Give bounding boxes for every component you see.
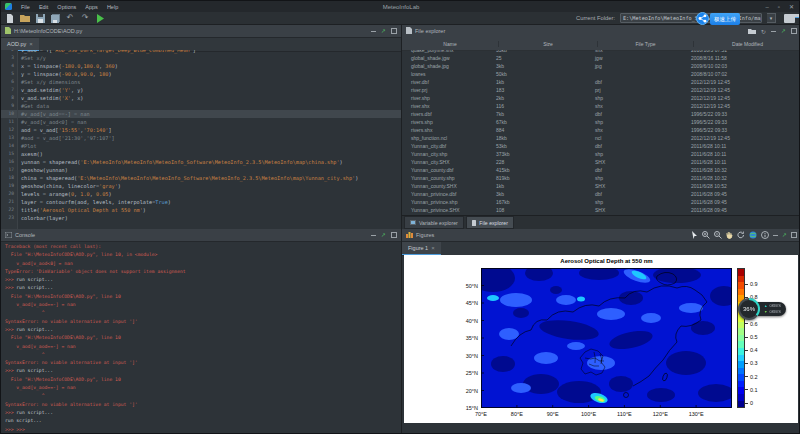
- pointer-tool-icon[interactable]: [691, 231, 698, 239]
- zoom-out-icon[interactable]: [714, 231, 722, 239]
- undo-button[interactable]: ↶: [65, 13, 75, 23]
- menu-edit[interactable]: Edit: [39, 4, 48, 10]
- console-maximize-icon[interactable]: [391, 232, 398, 239]
- file-row[interactable]: river.prj183prj2012/12/19 12:45: [402, 86, 800, 94]
- code-line[interactable]: #Get data: [18, 102, 401, 110]
- file-name-cell: rivers.shx: [402, 127, 492, 133]
- code-editor-area[interactable]: 234567891011121314151617181920212223 v_a…: [1, 50, 401, 229]
- maximize-button[interactable]: ▫: [778, 4, 780, 10]
- menu-help[interactable]: Help: [107, 4, 118, 10]
- file-row[interactable]: global_shade.jpg3kbjpg2009/6/10 02:03: [402, 62, 800, 70]
- save-button[interactable]: [35, 13, 45, 23]
- code-line[interactable]: china = shaperead('E:\MeteoInfo\MeteoInf…: [18, 174, 401, 182]
- new-folder-icon[interactable]: [748, 28, 756, 35]
- save-all-button[interactable]: [50, 13, 60, 23]
- rotate-tool-icon[interactable]: [737, 231, 745, 239]
- redo-button[interactable]: ↷: [80, 13, 90, 23]
- code-line[interactable]: #aod = v_aod['21:30','97:107']: [18, 134, 401, 142]
- editor-minimize-icon[interactable]: [371, 31, 376, 32]
- file-row[interactable]: Yunnan_city.SHX228SHX2011/6/28 10:11: [402, 158, 800, 166]
- file-row[interactable]: Yunnan_privince.SHX108SHX2011/6/28 09:45: [402, 206, 800, 214]
- upload-overlay-badge[interactable]: 极速上传: [696, 12, 740, 25]
- file-row[interactable]: Yunnan_county.shp819kbshp2011/6/28 10:32: [402, 174, 800, 182]
- browse-folder-button[interactable]: [784, 14, 795, 23]
- menu-apps[interactable]: Apps: [85, 4, 98, 10]
- column-size[interactable]: Size: [499, 41, 598, 47]
- file-explorer-maximize-icon[interactable]: [791, 28, 798, 35]
- code-line[interactable]: v_aod.setdim('X', x): [18, 94, 401, 102]
- close-button[interactable]: ✕: [789, 3, 794, 10]
- file-row[interactable]: Yunnan_city.dbf53kbdbf2011/6/28 10:11: [402, 142, 800, 150]
- file-row[interactable]: Yunnan_privince.shp167kbshp2011/6/28 09:…: [402, 198, 800, 206]
- console-float-icon[interactable]: ↗: [381, 232, 386, 238]
- editor-float-icon[interactable]: ↗: [381, 28, 386, 34]
- current-folder-combobox[interactable]: E:\MeteoInfo\MeteoInfo_Software\MeteoInf…: [620, 13, 762, 23]
- file-explorer-minimize-icon[interactable]: [771, 31, 776, 32]
- tab-close-icon[interactable]: ×: [431, 245, 435, 251]
- file-row[interactable]: shp_function.ncl18kbncl2012/12/19 12:45: [402, 134, 800, 142]
- file-row[interactable]: lowres50kb2008/8/10 07:02: [402, 70, 800, 78]
- figures-minimize-icon[interactable]: [773, 235, 778, 236]
- globe-icon[interactable]: [749, 231, 757, 239]
- code-line[interactable]: geoshow(china, linecolor='gray'): [18, 182, 401, 190]
- code-line[interactable]: layer = contourfm(aod, levels, interpola…: [18, 198, 401, 206]
- tab-variable-explorer[interactable]: Variable explorer: [404, 216, 464, 229]
- code-line[interactable]: colorbar(layer): [18, 214, 401, 222]
- tab-file-explorer[interactable]: File explorer: [466, 216, 514, 229]
- code-line[interactable]: v_aod.setdim('Y', y): [18, 86, 401, 94]
- file-date-cell: 2011/6/28 09:45: [687, 199, 800, 205]
- figures-float-icon[interactable]: ↗: [782, 232, 787, 238]
- code-line[interactable]: axesm(): [18, 150, 401, 158]
- net-speed-widget[interactable]: 36% ▲0KB/S ▼0KB/S: [738, 298, 786, 320]
- file-row[interactable]: river.shx116shx2012/12/19 12:45: [402, 102, 800, 110]
- file-row[interactable]: Yunnan_county.SHX1kbSHX2011/6/28 10:52: [402, 182, 800, 190]
- file-row[interactable]: river.shp2kbshp2012/12/19 12:45: [402, 94, 800, 102]
- colorbar-tick: [745, 284, 748, 285]
- file-row[interactable]: river.dbf1kbdbf2012/12/19 12:45: [402, 78, 800, 86]
- code-line[interactable]: #Plot: [18, 142, 401, 150]
- code-line[interactable]: #Set x/y dimensions: [18, 78, 401, 86]
- tab-figure-1[interactable]: Figure 1 ×: [402, 242, 441, 255]
- tab-close-icon[interactable]: ×: [29, 41, 33, 47]
- file-row[interactable]: rivers.shx884shx1996/5/22 09:33: [402, 126, 800, 134]
- console-output[interactable]: Traceback (most recent call last): File …: [1, 241, 401, 434]
- file-row[interactable]: Yunnan_city.shp373kbshp2011/6/28 10:11: [402, 150, 800, 158]
- menu-file[interactable]: File: [21, 4, 30, 10]
- column-date-modified[interactable]: Date Modified: [694, 41, 800, 47]
- new-file-button[interactable]: [5, 13, 15, 23]
- file-row[interactable]: rivers.dbf7kbdbf1996/5/22 09:33: [402, 110, 800, 118]
- editor-maximize-icon[interactable]: [391, 28, 398, 35]
- file-row[interactable]: global_shade.jgw25jgw2008/8/16 11:58: [402, 54, 800, 62]
- code-line[interactable]: y = linspace(-90.0,90.0, 180): [18, 70, 401, 78]
- code-token: '15:55': [58, 127, 80, 133]
- code-line[interactable]: #v_aod[v_aod<0] = nan: [18, 118, 401, 126]
- code-line[interactable]: levels = arange(0, 1.0, 0.05): [18, 190, 401, 198]
- minimize-button[interactable]: –: [765, 4, 768, 10]
- column-name[interactable]: Name: [402, 41, 499, 47]
- code-line[interactable]: x = linspace(-180.0,180.0, 360): [18, 62, 401, 70]
- file-row[interactable]: Yunnan_county.dbf415kbdbf2011/6/28 10:32: [402, 166, 800, 174]
- console-minimize-icon[interactable]: [371, 235, 376, 236]
- open-file-button[interactable]: [20, 13, 30, 23]
- code-line[interactable]: yunnan = shaperead('E:\MeteoInfo\MeteoIn…: [18, 158, 401, 166]
- code-line[interactable]: title('Aerosol Optical Depth at 550 nm'): [18, 206, 401, 214]
- refresh-icon[interactable]: ↻: [761, 28, 766, 35]
- file-name-cell: Yunnan_privince.SHX: [402, 207, 492, 213]
- identify-info-icon[interactable]: [761, 231, 769, 239]
- code-line[interactable]: aod = v_aod['15:55','70:140']: [18, 126, 401, 134]
- code-line[interactable]: #v_aod[v_aod==-] = nan: [18, 110, 401, 118]
- pan-hand-icon[interactable]: [726, 231, 733, 239]
- code-line[interactable]: geoshow(yunnan): [18, 166, 401, 174]
- menu-options[interactable]: Options: [57, 4, 76, 10]
- code-line[interactable]: #Set x/y: [18, 54, 401, 62]
- chevron-down-icon[interactable]: ▾: [767, 13, 776, 23]
- file-row[interactable]: rivers.shp67kbshp1996/5/22 09:33: [402, 118, 800, 126]
- zoom-in-icon[interactable]: [702, 231, 710, 239]
- colorbar-segment: [738, 282, 744, 289]
- code-token: 0.05: [96, 191, 109, 197]
- file-explorer-float-icon[interactable]: ↗: [781, 28, 786, 34]
- figures-maximize-icon[interactable]: [791, 232, 798, 239]
- file-row[interactable]: Yunnan_privince.dbf3kbdbf2011/6/28 09:45: [402, 190, 800, 198]
- run-script-button[interactable]: [95, 13, 105, 23]
- column-file-type[interactable]: File Type: [598, 41, 694, 47]
